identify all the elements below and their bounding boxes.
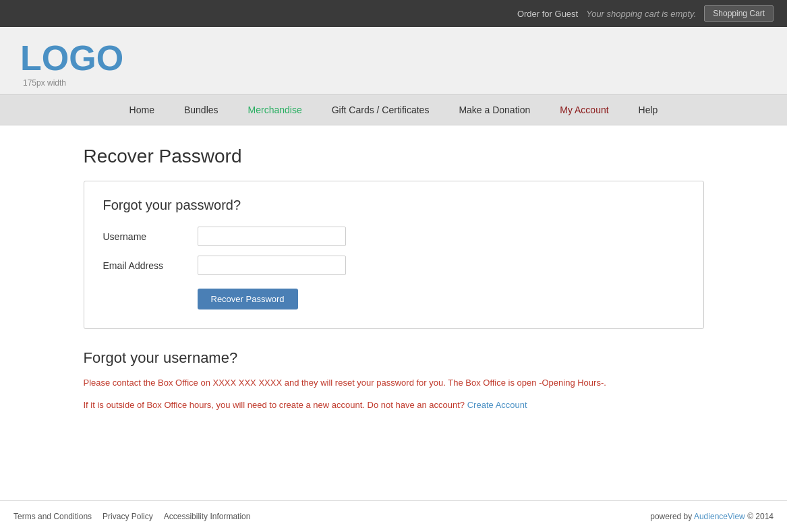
- forgot-username-heading: Forgot your username?: [84, 349, 704, 367]
- header: LOGO 175px width: [0, 27, 787, 94]
- email-label: Email Address: [103, 260, 198, 271]
- nav-donation[interactable]: Make a Donation: [444, 95, 545, 125]
- nav-merchandise[interactable]: Merchandise: [233, 95, 317, 125]
- shopping-cart-button[interactable]: Shopping Cart: [704, 5, 774, 22]
- main-content: Recover Password Forgot your password? U…: [70, 125, 718, 461]
- forgot-username-section: Forgot your username? Please contact the…: [84, 349, 704, 413]
- nav-gift-cards[interactable]: Gift Cards / Certificates: [317, 95, 444, 125]
- contact-box-office-text: Please contact the Box Office on XXXX XX…: [84, 376, 704, 390]
- page-title: Recover Password: [84, 146, 704, 167]
- nav-bundles[interactable]: Bundles: [169, 95, 233, 125]
- recover-password-button[interactable]: Recover Password: [198, 289, 298, 309]
- username-input[interactable]: [198, 227, 346, 246]
- nav-home[interactable]: Home: [115, 95, 169, 125]
- username-row: Username: [103, 227, 684, 246]
- form-heading: Forgot your password?: [103, 198, 684, 213]
- top-bar: Order for Guest Your shopping cart is em…: [0, 0, 787, 27]
- nav-my-account[interactable]: My Account: [545, 95, 623, 125]
- create-account-text: If it is outside of Box Office hours, yo…: [84, 398, 704, 413]
- no-account-text: If it is outside of Box Office hours, yo…: [84, 400, 465, 410]
- cart-empty-text: Your shopping cart is empty.: [586, 9, 696, 19]
- username-label: Username: [103, 231, 198, 242]
- email-input[interactable]: [198, 256, 346, 275]
- nav-help[interactable]: Help: [624, 95, 673, 125]
- logo: LOGO: [20, 40, 767, 76]
- main-nav: Home Bundles Merchandise Gift Cards / Ce…: [0, 94, 787, 125]
- logo-width-hint: 175px width: [23, 78, 767, 88]
- order-for-guest-text: Order for Guest: [517, 9, 578, 19]
- recover-password-form-box: Forgot your password? Username Email Add…: [84, 181, 704, 329]
- create-account-link[interactable]: Create Account: [467, 400, 527, 410]
- email-row: Email Address: [103, 256, 684, 275]
